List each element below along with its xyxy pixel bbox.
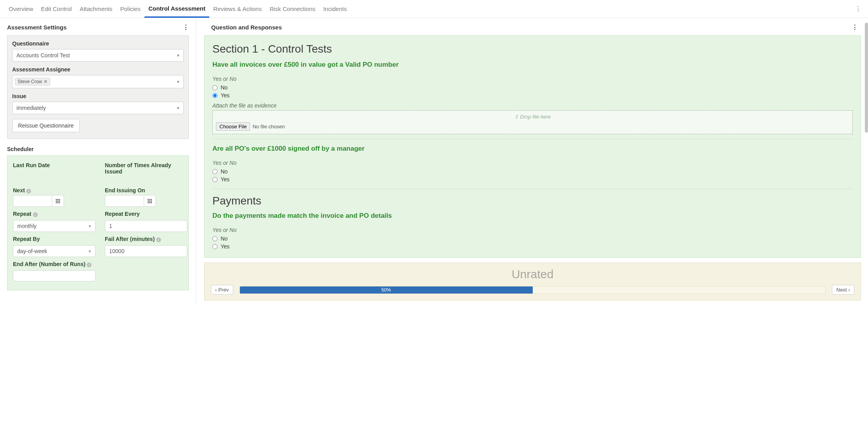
last-run-label: Last Run Date	[13, 162, 95, 175]
tab-risk-connections[interactable]: Risk Connections	[266, 1, 320, 17]
q2-radio-no[interactable]	[212, 169, 217, 174]
repeat-by-select[interactable]: day-of-week	[13, 245, 95, 257]
prev-button[interactable]: ‹ Prev	[211, 285, 233, 295]
yes-no-label: Yes or No	[212, 160, 853, 166]
end-issuing-label: End Issuing On	[105, 187, 187, 193]
q3-radio-no[interactable]	[212, 236, 217, 241]
question-1-block: Have all invoices over £500 in value got…	[212, 61, 853, 139]
info-icon: i	[33, 212, 38, 217]
repeat-by-label: Repeat By	[13, 236, 95, 242]
file-drop-zone[interactable]: ⇪ Drop file here Choose File No file cho…	[212, 110, 853, 134]
settings-box: Questionnaire Accounts Control Test Asse…	[7, 35, 189, 139]
top-tabs: Overview Edit Control Attachments Polici…	[0, 0, 868, 18]
next-label: Next i	[13, 187, 95, 193]
q1-yes-label: Yes	[221, 92, 230, 98]
questionnaire-label: Questionnaire	[12, 40, 184, 47]
nav-footer: Unrated ‹ Prev 50% Next ›	[204, 263, 861, 301]
attach-evidence-label: Attach the file as evidence	[212, 102, 853, 109]
calendar-grid-icon	[148, 199, 152, 203]
repeat-label: Repeat i	[13, 211, 95, 217]
yes-no-label: Yes or No	[212, 76, 853, 82]
q1-no-label: No	[221, 84, 228, 91]
last-run-value	[13, 176, 95, 183]
section-title: Section 1 - Control Tests	[212, 43, 853, 55]
info-icon: i	[156, 237, 161, 242]
choose-file-button[interactable]: Choose File	[216, 122, 250, 131]
progress-bar: 50%	[239, 286, 826, 294]
fail-after-label: Fail After (minutes) i	[105, 236, 187, 242]
scheduler-title: Scheduler	[0, 144, 196, 155]
repeat-every-input[interactable]: 1	[105, 220, 187, 232]
calendar-grid-icon	[56, 199, 60, 203]
tab-control-assessment[interactable]: Control Assessment	[144, 0, 209, 18]
question-2-block: Are all PO's over £1000 signed off by a …	[212, 145, 853, 189]
chevron-right-icon: ›	[847, 287, 850, 293]
tab-reviews-actions[interactable]: Reviews & Actions	[209, 1, 265, 17]
settings-kebab-icon[interactable]: ⋮	[183, 24, 189, 31]
rating-status: Unrated	[211, 268, 854, 281]
yes-no-label: Yes or No	[212, 227, 853, 233]
question-3-block: Do the payments made match the invoice a…	[212, 212, 853, 253]
assignee-chip: Steve Crow ✕	[15, 78, 50, 86]
q2-no-label: No	[221, 168, 228, 175]
question-2-text: Are all PO's over £1000 signed off by a …	[212, 145, 853, 153]
info-icon: i	[87, 263, 91, 267]
question-responses-panel: Question and Responses ⋮ Section 1 - Con…	[204, 18, 868, 305]
next-button[interactable]: Next ›	[832, 285, 854, 295]
next-date-input[interactable]	[13, 195, 52, 207]
q3-yes-label: Yes	[221, 243, 230, 250]
q1-radio-no[interactable]	[212, 85, 217, 90]
tab-policies[interactable]: Policies	[116, 1, 144, 17]
issued-count-value	[105, 176, 187, 183]
q3-radio-yes[interactable]	[212, 244, 217, 249]
chevron-left-icon: ‹	[215, 287, 218, 293]
q2-yes-label: Yes	[221, 176, 230, 182]
assignee-label: Assessment Assignee	[12, 66, 184, 73]
q3-no-label: No	[221, 235, 228, 242]
scrollbar-thumb[interactable]	[865, 23, 868, 133]
question-1-text: Have all invoices over £500 in value got…	[212, 61, 401, 69]
repeat-every-label: Repeat Every	[105, 211, 187, 217]
issue-label: Issue	[12, 93, 184, 99]
remove-assignee-icon[interactable]: ✕	[44, 79, 48, 84]
issue-select[interactable]: immediately	[12, 102, 184, 114]
next-date-picker-button[interactable]	[52, 195, 64, 207]
question-responses-title: Question and Responses	[211, 24, 282, 31]
scheduler-box: Last Run Date Number of Times Already Is…	[7, 155, 189, 290]
drop-hint: ⇪ Drop file here	[514, 114, 551, 120]
file-status: No file chosen	[252, 124, 285, 129]
responses-kebab-icon[interactable]: ⋮	[852, 24, 858, 31]
question-3-text: Do the payments made match the invoice a…	[212, 212, 853, 220]
tab-attachments[interactable]: Attachments	[76, 1, 116, 17]
issued-count-label: Number of Times Already Issued	[105, 162, 187, 175]
tab-edit-control[interactable]: Edit Control	[37, 1, 76, 17]
fail-after-input[interactable]: 10000	[105, 245, 187, 257]
end-issuing-date-picker-button[interactable]	[144, 195, 156, 207]
end-after-input[interactable]	[13, 270, 95, 281]
questionnaire-select[interactable]: Accounts Control Test	[12, 49, 184, 62]
q1-radio-yes[interactable]	[212, 93, 217, 98]
reissue-questionnaire-button[interactable]: Reissue Questionnaire	[12, 119, 80, 132]
end-issuing-date-input[interactable]	[105, 195, 144, 207]
payments-section-title: Payments	[212, 195, 853, 207]
tab-incidents[interactable]: Incidents	[319, 1, 351, 17]
progress-fill: 50%	[240, 286, 533, 294]
repeat-select[interactable]: monthly	[13, 220, 95, 232]
assignee-chip-label: Steve Crow	[18, 79, 42, 84]
assessment-settings-panel: Assessment Settings ⋮ Questionnaire Acco…	[0, 18, 196, 305]
question-area: Section 1 - Control Tests Have all invoi…	[204, 35, 861, 258]
assignee-select[interactable]: Steve Crow ✕	[12, 75, 184, 88]
end-after-label: End After (Number of Runs) i	[13, 261, 95, 267]
top-kebab-icon[interactable]: ⋮	[853, 5, 863, 13]
assessment-settings-title: Assessment Settings	[7, 24, 67, 31]
scrollbar[interactable]	[865, 18, 868, 305]
q2-radio-yes[interactable]	[212, 177, 217, 182]
tab-overview[interactable]: Overview	[5, 1, 37, 17]
info-icon: i	[26, 189, 31, 193]
